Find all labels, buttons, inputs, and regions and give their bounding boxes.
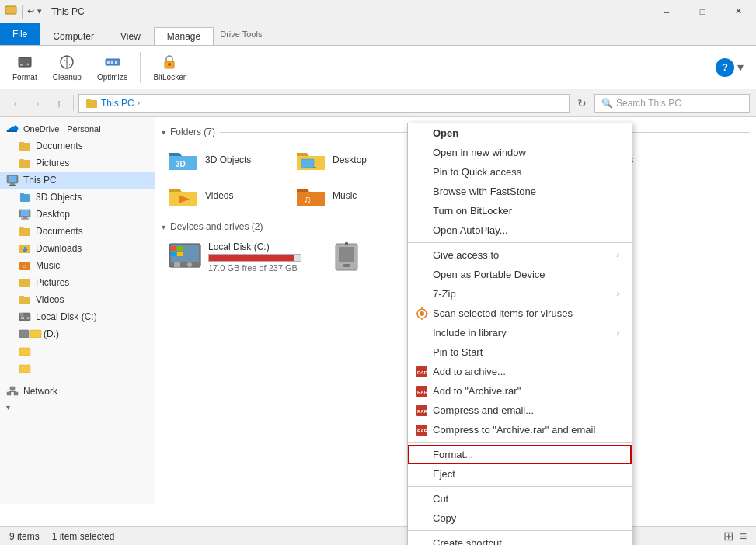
view-list-icon[interactable]: ≡ — [740, 529, 747, 543]
sidebar-item-localdisk[interactable]: C: Local Disk (C:) — [0, 308, 155, 325]
sidebar-item-yellow1[interactable] — [0, 342, 155, 359]
ctx-7zip[interactable]: 7-Zip › — [408, 284, 632, 304]
ctx-open-new-window[interactable]: Open in new window — [408, 143, 632, 162]
device-c-info: Local Disk (C:) 17.0 GB free of 237 GB — [208, 241, 311, 272]
sidebar-item-onedrive[interactable]: OneDrive - Personal — [0, 120, 155, 137]
device-item-c[interactable]: C: Local Disk (C:) — [162, 238, 317, 276]
sidebar-item-documents[interactable]: Documents — [0, 137, 155, 154]
sidebar-item-videos[interactable]: Videos — [0, 291, 155, 308]
sidebar-item-d-drive[interactable]: (D:) — [0, 325, 155, 342]
ctx-rar-icon-4: RAR — [414, 422, 430, 438]
svg-rect-26 — [21, 210, 29, 216]
sidebar-item-pictures2[interactable]: Pictures — [0, 274, 155, 291]
ctx-format[interactable]: Format... — [408, 445, 632, 464]
videos-icon — [19, 293, 31, 306]
maximize-button[interactable]: □ — [685, 0, 720, 23]
ctx-autoplay[interactable]: Open AutoPlay... — [408, 220, 632, 240]
minimize-button[interactable]: – — [649, 0, 685, 23]
sidebar-item-thispc[interactable]: This PC — [0, 172, 155, 189]
thispc-label: This PC — [23, 175, 57, 186]
search-box[interactable]: 🔍 Search This PC — [594, 94, 750, 113]
address-thispc-link[interactable]: This PC — [101, 98, 134, 109]
svg-text:RAR: RAR — [417, 370, 428, 375]
devices-chevron[interactable]: ▾ — [162, 223, 165, 231]
sidebar-item-desktop[interactable]: Desktop — [0, 206, 155, 223]
ribbon-btn-cleanup[interactable]: Cleanup — [47, 50, 88, 85]
svg-rect-72 — [171, 246, 176, 251]
ctx-add-archive[interactable]: RAR Add to archive... — [408, 362, 632, 381]
status-right: ⊞ ≡ — [723, 529, 747, 543]
ctx-compress-email[interactable]: RAR Compress and email... — [408, 401, 632, 420]
ctx-open[interactable]: Open — [408, 123, 632, 143]
svg-point-42 — [27, 317, 30, 319]
ctx-scan-virus[interactable]: Scan selected items for viruses — [408, 304, 632, 323]
sidebar-item-network[interactable]: Network — [0, 383, 155, 400]
svg-line-52 — [9, 391, 13, 392]
svg-rect-27 — [23, 217, 27, 219]
ctx-add-archiverar[interactable]: RAR Add to "Archive.rar" — [408, 381, 632, 401]
sidebar-network-label: Network — [23, 386, 57, 397]
ctx-sep-2 — [408, 442, 632, 443]
tab-manage[interactable]: Manage — [154, 27, 214, 46]
ribbon-bitlocker-label: BitLocker — [153, 73, 186, 82]
up-button[interactable]: ↑ — [50, 94, 68, 113]
address-bar: ‹ › ↑ This PC › ↻ 🔍 Search This PC — [0, 89, 756, 117]
ribbon-btn-format[interactable]: Format — [6, 50, 44, 85]
ctx-compress-archiverar-email[interactable]: RAR Compress to "Archive.rar" and email — [408, 420, 632, 439]
sidebar-folder-icon-2 — [19, 157, 31, 169]
sidebar-item-downloads[interactable]: Downloads — [0, 240, 155, 257]
ctx-pin-quick[interactable]: Pin to Quick access — [408, 162, 632, 182]
address-box[interactable]: This PC › — [78, 94, 570, 113]
ctx-bitlocker[interactable]: Turn on BitLocker — [408, 201, 632, 220]
rar-icon-4: RAR — [416, 424, 428, 436]
sidebar-item-music[interactable]: ♫ Music — [0, 257, 155, 274]
ctx-compress-email-label: Compress and email... — [433, 404, 534, 416]
sidebar-item-pictures[interactable]: Pictures — [0, 154, 155, 172]
sidebar-item-documents2[interactable]: Documents — [0, 223, 155, 240]
tab-file[interactable]: File — [0, 23, 40, 45]
svg-rect-44 — [19, 330, 29, 338]
folder-item-3dobjects[interactable]: 3D 3D Objects — [162, 144, 286, 176]
sidebar-documents-label: Documents — [36, 141, 83, 151]
folder-item-desktop[interactable]: Desktop — [289, 144, 413, 176]
ctx-open-portable[interactable]: Open as Portable Device — [408, 265, 632, 284]
ctx-eject[interactable]: Eject — [408, 464, 632, 484]
close-button[interactable]: ✕ — [720, 0, 756, 23]
folders-chevron[interactable]: ▾ — [162, 128, 165, 137]
svg-point-71 — [187, 262, 192, 267]
rar-icon: RAR — [416, 366, 428, 378]
ctx-include-library[interactable]: Include in library › — [408, 323, 632, 342]
tb-drop-icon[interactable]: ▾ — [37, 6, 42, 16]
back-button[interactable]: ‹ — [6, 94, 25, 113]
ribbon-tabs: File Computer View Manage Drive Tools — [0, 23, 756, 45]
ctx-browse-faststone[interactable]: Browse with FastStone — [408, 182, 632, 201]
context-menu: Open Open in new window Pin to Quick acc… — [407, 123, 632, 545]
svg-rect-50 — [14, 392, 18, 395]
sidebar-item-3dobjects[interactable]: 3D Objects — [0, 189, 155, 206]
ctx-create-shortcut[interactable]: Create shortcut — [408, 533, 632, 545]
status-info: 9 items 1 item selected — [9, 531, 114, 542]
svg-point-4 — [26, 64, 29, 66]
ctx-cut[interactable]: Cut — [408, 489, 632, 509]
tab-view[interactable]: View — [107, 26, 154, 45]
sidebar-3dobjects-label: 3D Objects — [36, 192, 82, 203]
sidebar-scroll-down[interactable]: ▾ — [0, 400, 155, 415]
ctx-copy[interactable]: Copy — [408, 509, 632, 528]
ribbon-btn-optimize[interactable]: Optimize — [91, 50, 134, 85]
tab-computer[interactable]: Computer — [40, 26, 107, 45]
view-details-icon[interactable]: ⊞ — [723, 529, 733, 543]
tb-undo-icon[interactable]: ↩ — [27, 6, 34, 16]
folder-item-videos[interactable]: Videos — [162, 179, 286, 212]
ctx-give-access[interactable]: Give access to › — [408, 245, 632, 265]
help-button[interactable]: ? — [716, 58, 734, 77]
folder-icon-music: ♫ — [295, 182, 326, 209]
sidebar-item-yellow2[interactable] — [0, 359, 155, 377]
ctx-pin-start[interactable]: Pin to Start — [408, 342, 632, 362]
folder-item-music[interactable]: ♫ Music — [289, 179, 413, 212]
ribbon-btn-bitlocker[interactable]: BitLocker — [147, 50, 192, 85]
ctx-add-archiverar-label: Add to "Archive.rar" — [433, 385, 521, 397]
forward-button[interactable]: › — [28, 94, 47, 113]
ribbon-collapse-button[interactable]: ▾ — [737, 60, 744, 75]
ctx-give-access-label: Give access to — [433, 249, 499, 261]
refresh-button[interactable]: ↻ — [573, 94, 591, 113]
